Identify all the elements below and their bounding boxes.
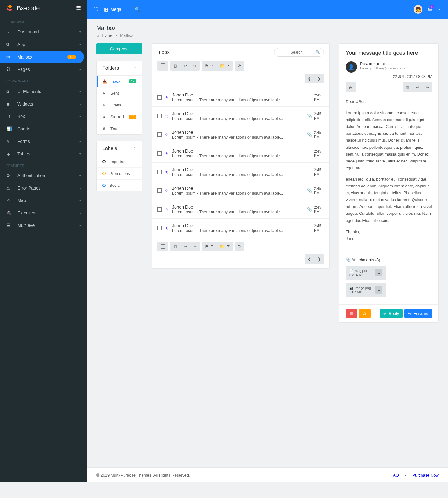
- star-icon[interactable]: ★: [165, 151, 170, 156]
- sidebar-item-multilevel[interactable]: ☰ Multilevel ▾: [0, 219, 87, 232]
- sidebar-item-widgets[interactable]: ▣ Widgets ▾: [0, 98, 87, 110]
- next-page-button[interactable]: ❯: [314, 74, 324, 83]
- fullscreen-icon[interactable]: ⛶: [93, 7, 98, 12]
- sidebar-item-extension[interactable]: 🔌 Extension ▾: [0, 207, 87, 219]
- folder-label: Trash: [110, 126, 121, 131]
- purchase-link[interactable]: Purchase Now: [412, 473, 439, 477]
- sidebar-item-error-pages[interactable]: ⚠ Error Pages ▾: [0, 182, 87, 194]
- label-social[interactable]: Social: [97, 180, 142, 191]
- reply-message-button[interactable]: ↩ Reply: [380, 309, 403, 318]
- mail-checkbox[interactable]: [157, 151, 162, 156]
- label-important[interactable]: Important: [97, 156, 142, 168]
- breadcrumb-home[interactable]: Home: [102, 33, 112, 38]
- mail-row[interactable]: ☆ Johen Doe Lorem Ipsum - There are many…: [152, 125, 329, 144]
- delete-button[interactable]: 🗑: [170, 61, 180, 71]
- mega-menu-button[interactable]: ▦ Mega ⋮: [104, 7, 128, 12]
- folder-icon: ★: [102, 115, 107, 119]
- attachment-item: 📄 Mag.pdf 5,215 KB ☁: [346, 266, 386, 280]
- print-button[interactable]: 🖨: [346, 82, 356, 92]
- user-avatar[interactable]: 👧: [414, 5, 422, 14]
- refresh-button[interactable]: ⟳: [235, 61, 244, 71]
- mail-row[interactable]: ★ Johen Doe Lorem Ipsum - There are many…: [152, 162, 329, 181]
- sidebar-item-ui-elements[interactable]: ⧈ UI Elements ▾: [0, 85, 87, 98]
- faq-link[interactable]: FAQ: [391, 473, 399, 477]
- mail-checkbox[interactable]: [157, 170, 162, 174]
- select-all-checkbox[interactable]: [157, 242, 168, 251]
- mail-time: 2:45 PM: [314, 224, 324, 233]
- star-icon[interactable]: ★: [165, 226, 170, 231]
- message-title: Your message title goes here: [346, 50, 432, 56]
- attachment-size: 2.67 MB: [349, 290, 362, 294]
- sidebar-item-map[interactable]: ⚐ Map ▾: [0, 194, 87, 207]
- brand-logo[interactable]: Bx-code: [6, 4, 40, 12]
- flag-dropdown[interactable]: ⚑: [202, 242, 217, 251]
- flag-dropdown[interactable]: ⚑: [202, 61, 217, 71]
- folder-starred[interactable]: ★ Starred 14: [97, 111, 142, 123]
- forward-message-button[interactable]: ↪ Forward: [404, 309, 432, 318]
- mail-time: 2:45 PM: [314, 130, 324, 139]
- download-icon[interactable]: ☁: [375, 286, 382, 294]
- forward-button[interactable]: ↪: [190, 61, 200, 71]
- nav-label: Map: [17, 198, 79, 203]
- folder-dropdown[interactable]: 📁: [217, 61, 233, 71]
- mail-checkbox[interactable]: [157, 95, 162, 100]
- delete-button[interactable]: 🗑: [170, 242, 180, 251]
- mail-checkbox[interactable]: [157, 207, 162, 212]
- prev-page-button[interactable]: ❮: [305, 254, 314, 264]
- mail-sender: Johen Doe: [172, 167, 305, 172]
- reply-button[interactable]: ↩: [413, 82, 422, 92]
- refresh-button[interactable]: ⟳: [235, 242, 244, 251]
- sidebar-item-authentication[interactable]: ⚙ Authentication ▾: [0, 169, 87, 182]
- mail-row[interactable]: ☆ Johen Doe Lorem Ipsum - There are many…: [152, 106, 329, 125]
- chevron-up-icon[interactable]: ⌃: [133, 146, 136, 151]
- delete-button[interactable]: 🗑: [403, 82, 413, 92]
- mail-row[interactable]: ☆ Johen Doe Lorem Ipsum - There are many…: [152, 200, 329, 218]
- forward-button[interactable]: ↪: [422, 82, 432, 92]
- search-icon[interactable]: 🔍: [134, 7, 140, 12]
- select-all-checkbox[interactable]: [157, 61, 168, 71]
- star-icon[interactable]: ★: [165, 170, 170, 175]
- folder-trash[interactable]: 🗑 Trash: [97, 123, 142, 134]
- sidebar-item-app[interactable]: ⧉ App ▾: [0, 38, 87, 51]
- sidebar-item-forms[interactable]: ✎ Forms ▾: [0, 135, 87, 148]
- mail-row[interactable]: ★ Johen Doe Lorem Ipsum - There are many…: [152, 144, 329, 162]
- sidebar-item-pages[interactable]: 🗐 Pages ▾: [0, 63, 87, 76]
- prev-page-button[interactable]: ❮: [305, 74, 314, 83]
- mail-checkbox[interactable]: [157, 188, 162, 193]
- mail-checkbox[interactable]: [157, 114, 162, 118]
- mail-checkbox[interactable]: [157, 226, 162, 230]
- more-icon[interactable]: ⋯: [437, 7, 442, 12]
- compose-button[interactable]: Compose: [96, 43, 142, 54]
- mail-checkbox[interactable]: [157, 132, 162, 137]
- forward-button[interactable]: ↪: [190, 242, 200, 251]
- sidebar-item-charts[interactable]: 📊 Charts ▾: [0, 123, 87, 135]
- print-message-button[interactable]: 🖨: [359, 309, 371, 318]
- star-icon[interactable]: ★: [165, 95, 170, 100]
- sender-avatar: 👤: [346, 61, 357, 73]
- reply-button[interactable]: ↩: [180, 242, 190, 251]
- mail-row[interactable]: ★ Johen Doe Lorem Ipsum - There are many…: [152, 218, 329, 237]
- folder-sent[interactable]: ➤ Sent: [97, 87, 142, 99]
- folder-inbox[interactable]: 📥 Inbox 12: [97, 76, 142, 87]
- download-icon[interactable]: ☁: [375, 269, 382, 276]
- mail-row[interactable]: ★ Johen Doe Lorem Ipsum - There are many…: [152, 88, 329, 106]
- star-icon[interactable]: ☆: [165, 114, 170, 119]
- sidebar-item-dashboard[interactable]: ⌂ Dashboard ▾: [0, 26, 87, 38]
- star-icon[interactable]: ☆: [165, 207, 170, 212]
- chevron-up-icon[interactable]: ⌃: [133, 66, 136, 70]
- delete-message-button[interactable]: 🗑: [346, 309, 357, 318]
- next-page-button[interactable]: ❯: [314, 254, 324, 264]
- sidebar-item-box[interactable]: ⬡ Box ▾: [0, 110, 87, 123]
- messages-icon[interactable]: ✉ 5: [428, 7, 432, 12]
- sidebar-item-tables[interactable]: ▦ Tables ▾: [0, 148, 87, 160]
- inbox-title: Inbox: [157, 49, 170, 55]
- folder-drafts[interactable]: ✎ Drafts: [97, 99, 142, 111]
- star-icon[interactable]: ☆: [165, 132, 170, 137]
- label-promotions[interactable]: Promotions: [97, 168, 142, 180]
- reply-button[interactable]: ↩: [180, 61, 190, 71]
- sidebar-toggle-icon[interactable]: ☰: [76, 5, 81, 12]
- sidebar-item-mailbox[interactable]: ✉ Mailbox 12: [0, 51, 84, 63]
- folder-dropdown[interactable]: 📁: [217, 242, 233, 251]
- star-icon[interactable]: ☆: [165, 188, 170, 193]
- mail-row[interactable]: ☆ Johen Doe Lorem Ipsum - There are many…: [152, 181, 329, 200]
